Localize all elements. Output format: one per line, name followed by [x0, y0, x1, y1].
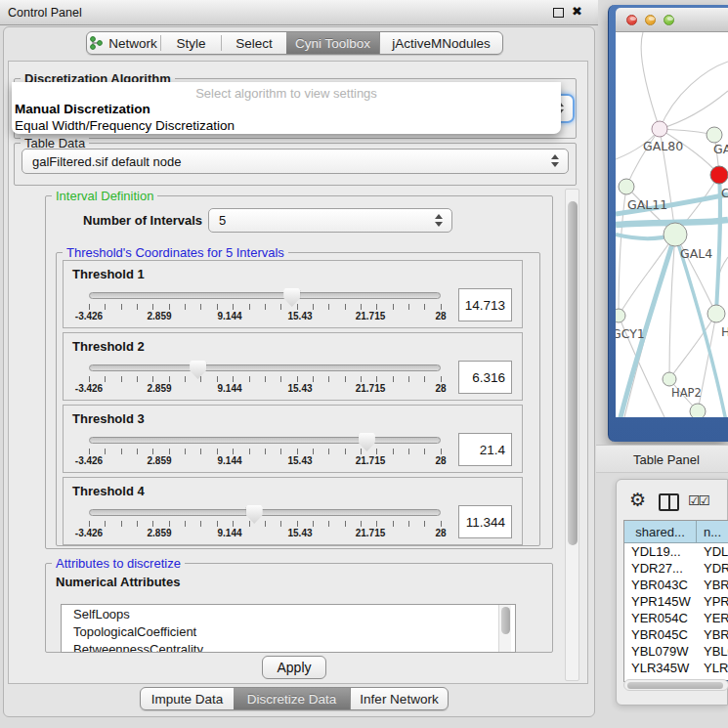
numerical-attributes-list[interactable]: SelfLoopsTopologicalCoefficientBetweenne… [61, 604, 516, 653]
network-edge[interactable] [626, 129, 660, 187]
close-traffic-light-icon[interactable] [626, 15, 637, 25]
network-node-GCY1[interactable] [616, 309, 625, 322]
table-data-select[interactable]: galFiltered.sif default node [21, 149, 569, 174]
attribute-list-item[interactable]: BetweennessCentrality [62, 640, 515, 653]
slider-track[interactable] [89, 509, 441, 516]
scrollbar-thumb[interactable] [627, 682, 723, 689]
threshold-value-field[interactable]: 14.713 [458, 288, 512, 321]
network-node-selected-red[interactable] [710, 166, 728, 184]
table-row[interactable]: YBL079WYBL0 [624, 643, 728, 660]
table-row[interactable]: YBR043CYBR0 [624, 577, 728, 593]
attribute-list-item[interactable]: TopologicalCoefficient [62, 622, 515, 640]
tick-label: 28 [435, 455, 446, 466]
threshold-value-field[interactable]: 21.4 [458, 433, 512, 466]
network-edge[interactable] [619, 235, 675, 316]
network-node-label: HAP2 [671, 386, 702, 400]
tick-label: 21.715 [356, 383, 386, 394]
network-canvas[interactable]: GAL80GACGAL11GAL4GCY1HHAP2 [616, 32, 728, 417]
tab-select[interactable]: Select [222, 32, 286, 54]
network-node-GAL3[interactable] [707, 127, 722, 143]
tab-network[interactable]: Network [87, 32, 160, 54]
table-cell: YDR2 [697, 560, 728, 577]
tick-label: 9.144 [217, 311, 241, 321]
column-header-shared-name[interactable]: shared... [624, 521, 697, 542]
slider-track[interactable] [89, 437, 441, 444]
tab-style[interactable]: Style [161, 32, 221, 54]
table-horizontal-scrollbar[interactable] [623, 679, 728, 691]
interval-definition-group: Interval Definition Number of Intervals … [45, 195, 553, 549]
gear-icon[interactable]: ⚙ [629, 489, 646, 511]
interval-definition-title: Interval Definition [52, 189, 157, 203]
table-cell: YBL0 [697, 643, 728, 660]
scrollbar-thumb[interactable] [568, 201, 578, 545]
table-row[interactable]: YER054CYER0 [624, 610, 728, 626]
table-row[interactable]: YBR045CYBR0 [624, 626, 728, 643]
tick-label: -3.426 [75, 383, 103, 394]
apply-button[interactable]: Apply [262, 656, 326, 679]
control-panel: Control Panel ✖ Network Style Select C [0, 0, 598, 728]
table-row[interactable]: YLR345WYLR3 [624, 660, 728, 676]
network-node-label: GAL11 [627, 197, 667, 212]
slider-track[interactable] [89, 364, 441, 371]
settings-scrollbar[interactable] [565, 189, 579, 681]
close-icon[interactable]: ✖ [572, 4, 582, 19]
attributes-list-scrollbar[interactable] [498, 605, 511, 652]
threshold-value-field[interactable]: 11.344 [458, 505, 512, 538]
table-cell: YLR3 [697, 660, 728, 676]
tick-label: 9.144 [217, 383, 241, 394]
tick-label: 28 [435, 383, 446, 394]
zoom-traffic-light-icon[interactable] [664, 15, 674, 25]
network-node-HAP2[interactable] [663, 372, 676, 386]
attributes-group-title: Attributes to discretize [52, 556, 185, 571]
network-edge[interactable] [619, 187, 626, 316]
algorithm-dropdown-popup: Select algorithm to view settings Manual… [12, 82, 561, 134]
network-edge[interactable] [641, 32, 660, 129]
split-table-icon[interactable] [659, 493, 679, 511]
thresholds-group: Threshold's Coordinates for 5 Intervals … [56, 252, 540, 546]
network-edge[interactable] [660, 62, 728, 129]
threshold-panel-2: Threshold 2 -3.4262.8599.14415.4321.7152… [63, 332, 523, 401]
table-cell: YBR0 [697, 626, 728, 643]
table-cell: YDL19... [624, 543, 697, 560]
table-row[interactable]: YPR145WYPR1 [624, 593, 728, 610]
slider-track[interactable] [89, 292, 441, 299]
table-row[interactable]: YDL19...YDL1 [624, 543, 728, 560]
threshold-label: Threshold 3 [72, 411, 145, 426]
network-node-label: GAL4 [680, 246, 712, 261]
network-node-bottom-node[interactable] [690, 404, 706, 417]
tab-infer-network[interactable]: Infer Network [351, 688, 448, 709]
tick-label: -3.426 [75, 455, 103, 466]
control-panel-tabs: Network Style Select Cyni Toolbox jActiv… [86, 31, 503, 55]
tab-jactivemnodules[interactable]: jActiveMNodules [380, 32, 502, 54]
number-of-intervals-select[interactable]: 5 [208, 208, 452, 233]
tick-label: 9.144 [217, 455, 241, 466]
tab-discretize-data[interactable]: Discretize Data [234, 688, 350, 709]
network-node-GAL80[interactable] [652, 121, 667, 137]
column-header-name[interactable]: n... [697, 521, 728, 542]
slider-tick-labels: -3.4262.8599.14415.4321.71528 [89, 455, 441, 468]
table-cell: YPR145W [624, 593, 697, 610]
table-data-selected-value: galFiltered.sif default node [32, 154, 181, 169]
threshold-label: Threshold 2 [72, 339, 145, 354]
network-node-H-node[interactable] [707, 305, 725, 322]
number-of-intervals-value: 5 [219, 213, 226, 228]
select-columns-icons[interactable]: ☑☑ [688, 492, 708, 508]
minimize-traffic-light-icon[interactable] [645, 15, 656, 25]
dropdown-option-manual-discretization[interactable]: Manual Discretization [15, 102, 150, 116]
dropdown-option-equal-width-frequency[interactable]: Equal Width/Frequency Discretization [15, 118, 235, 133]
network-node-GAL11[interactable] [619, 179, 634, 194]
tab-cyni-toolbox[interactable]: Cyni Toolbox [286, 32, 379, 54]
tab-impute-data[interactable]: Impute Data [141, 688, 234, 709]
screen: Control Panel ✖ Network Style Select C [0, 0, 728, 728]
table-cell: YDL1 [697, 543, 728, 560]
table-row[interactable]: YDR27...YDR2 [624, 560, 728, 577]
slider-ticks [89, 521, 442, 527]
attribute-list-item[interactable]: SelfLoops [62, 605, 515, 622]
threshold-label: Threshold 1 [72, 267, 145, 281]
float-window-icon[interactable] [553, 8, 564, 18]
slider-ticks [89, 449, 442, 454]
network-node-GAL4[interactable] [664, 223, 687, 246]
network-window-titlebar[interactable] [616, 8, 728, 32]
threshold-value-field[interactable]: 6.316 [458, 361, 512, 394]
control-panel-title: Control Panel [8, 6, 82, 20]
